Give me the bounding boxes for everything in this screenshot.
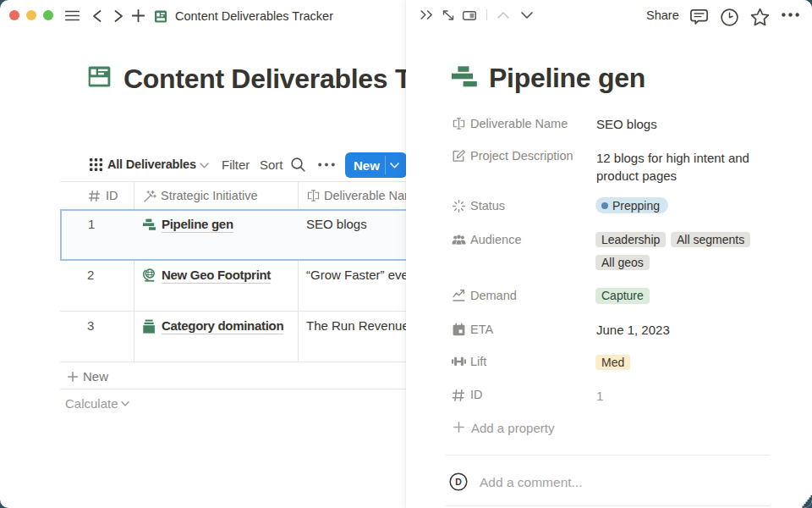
svg-text:D: D [455,477,462,487]
